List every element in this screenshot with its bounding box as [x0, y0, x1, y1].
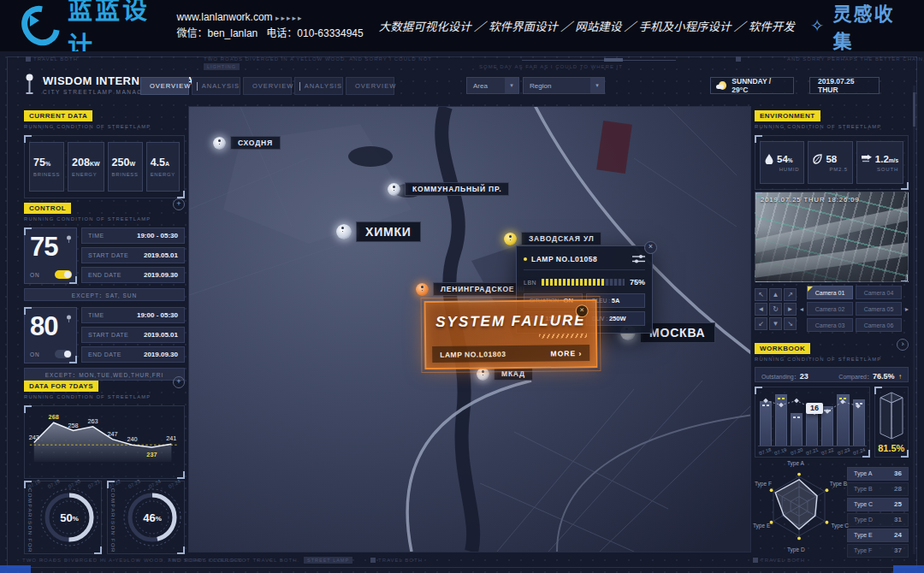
chevron-down-icon: ▾ [590, 78, 604, 93]
up-arrow-icon: ↑ [898, 373, 902, 381]
tab-overview-3[interactable]: OVERVIEW [346, 77, 394, 95]
arrows-icon: ▸▸▸▸▸ [275, 14, 304, 22]
map-label-kommunalny[interactable]: КОММУНАЛЬНЫЙ ПР. [388, 182, 509, 196]
city-map[interactable]: СХОДНЯ КОММУНАЛЬНЫЙ ПР. ХИМКИ ЗАВОДСКАЯ … [188, 106, 751, 552]
deco-chip-lighting: LIGHTING [204, 63, 240, 70]
stat-briness: 75% BRINESS [29, 142, 64, 192]
pan-down-button[interactable]: ▼ [769, 317, 782, 330]
svg-text:268: 268 [49, 413, 59, 421]
camera-list: Camera 01 Camera 04 Camera 02 Camera 05 … [807, 286, 902, 332]
time-row[interactable]: TIME19:00 - 05:30 [81, 307, 185, 323]
panel-radar: Type A Type B Type C Type D Type E Type … [755, 460, 909, 558]
svg-text:243: 243 [29, 434, 39, 441]
map-pin-icon [213, 137, 226, 150]
radar-chart: Type A Type B Type C Type D Type E Type … [755, 460, 844, 552]
brightness-level-box: 75 ON [24, 227, 77, 284]
camera-prev-icon[interactable]: ◂ [800, 305, 803, 313]
pan-left-button[interactable]: ◄ [755, 303, 767, 316]
workbook-more-button[interactable]: › [897, 339, 909, 351]
pan-up-left-button[interactable]: ↖ [755, 288, 767, 301]
pan-right-button[interactable]: ► [784, 303, 797, 316]
pan-up-right-button[interactable]: ↗ [784, 288, 797, 301]
map-label-skhodnya[interactable]: СХОДНЯ [213, 136, 281, 150]
end-date-row[interactable]: END DATE2019.09.30 [81, 346, 185, 363]
workbook-bar-chart: 16 07.1807.19 07.2007.21 07.2207.23 07.2… [755, 387, 870, 458]
start-date-row[interactable]: START DATE2019.05.01 [81, 327, 185, 343]
control-group-1: 75 ON TIME19:00 - 05:30 START DATE2019.0… [24, 227, 185, 284]
more-button[interactable]: MORE › [550, 349, 582, 357]
wind-icon [862, 154, 872, 163]
week-line-chart: 243268258263247240237241 [24, 405, 185, 479]
tab-analysis-2[interactable]: ANALYSIS [294, 77, 343, 95]
pan-down-left-button[interactable]: ↙ [755, 317, 767, 330]
corner-tag-right [893, 565, 924, 573]
reset-view-button[interactable]: ↻ [769, 303, 782, 316]
sliders-icon[interactable] [632, 254, 645, 263]
panel-title-badge: CURRENT DATA [24, 110, 92, 121]
start-date-row[interactable]: START DATE2019.05.01 [81, 247, 185, 263]
panel-camera: 2019.07.25 THUR 18:26:09 ↖▲↗ ◄↻► ↙▼↘ ◂ C… [755, 192, 909, 332]
street-lamp-chip: STREET LAMP [304, 557, 352, 564]
camera-feed[interactable]: 2019.07.25 THUR 18:26:09 [755, 192, 909, 282]
map-pin-orange-icon [416, 283, 429, 296]
pan-down-right-button[interactable]: ↘ [784, 317, 797, 330]
lamp-toggle-2[interactable] [55, 350, 72, 358]
gauge-1: COMPARISON FOR 50% [24, 481, 102, 554]
close-icon[interactable]: × [644, 241, 657, 254]
dashboard-scrollbar[interactable] [913, 86, 915, 554]
tab-overview-1[interactable]: OVERVIEW [140, 77, 189, 95]
camera-06-button[interactable]: Camera 06 [856, 318, 902, 332]
services-list: 大数据可视化设计 ／ 软件界面设计 ／ 网站建设 ／ 手机及小程序设计 ／ 软件… [379, 17, 795, 34]
map-pin-icon [336, 224, 352, 239]
inspiration-icon: ✧ [810, 15, 826, 36]
lamp-toggle-1[interactable] [55, 270, 72, 279]
stat-energy-2: 4.5A ENERGY [146, 142, 180, 192]
legend-type-d[interactable]: Type D31 [847, 513, 909, 527]
deco-checkbox: TRAVEL BOTH [753, 558, 805, 563]
time-row[interactable]: TIME19:00 - 05:30 [81, 227, 185, 244]
expand-chart-button[interactable]: + [173, 376, 185, 388]
deco-slider-track[interactable] [522, 60, 676, 61]
workbook-summary: Outstanding：23 Compared：76.5% ↑ [755, 367, 909, 382]
camera-03-button[interactable]: Camera 03 [807, 318, 853, 332]
site-header: 蓝蓝设计 www.lanlanwork.com ▸▸▸▸▸ 微信：ben_lan… [0, 0, 924, 51]
map-label-zavodskaya[interactable]: ЗАВОДСКАЯ УЛ [504, 232, 601, 245]
add-control-button[interactable]: + [173, 198, 185, 210]
region-dropdown[interactable]: Region▾ [523, 77, 605, 94]
env-wind: 1.2m/s SOUTH [856, 141, 903, 184]
lamp-icon [66, 311, 72, 327]
legend-type-e[interactable]: Type E24 [847, 529, 909, 542]
legend-type-b[interactable]: Type B28 [847, 482, 909, 496]
map-label-khimki[interactable]: ХИМКИ [336, 222, 421, 242]
area-dropdown[interactable]: Area▾ [466, 77, 519, 94]
svg-text:237: 237 [146, 451, 157, 458]
svg-text:241: 241 [166, 434, 176, 442]
legend-type-c[interactable]: Type C25 [847, 498, 909, 511]
lbn-slider[interactable]: LBN 75% [524, 278, 645, 286]
gauge-2: COMPARISON FOR 46% [107, 481, 185, 554]
svg-text:258: 258 [68, 422, 79, 429]
inspiration-collect[interactable]: ✧ 灵感收集 [810, 0, 902, 53]
close-icon[interactable]: × [576, 304, 589, 317]
wechat-label: 微信：ben_lanlan [177, 27, 258, 39]
dashboard: TRAVEL BOTH TWO ROADS DIVERGED IN A YELL… [0, 51, 924, 573]
tab-overview-2[interactable]: OVERVIEW [243, 77, 292, 95]
camera-02-button[interactable]: Camera 02 [807, 302, 853, 316]
system-failure-alert: × SYSTEM FAILURE LAMP NO.L01803 MORE › [424, 299, 598, 369]
except-bar-1: EXCEPT：SAT, SUN [24, 288, 185, 301]
camera-next-icon[interactable]: ▸ [905, 305, 909, 313]
pan-up-button[interactable]: ▲ [769, 288, 782, 301]
end-date-row[interactable]: END DATE2019.09.30 [81, 267, 185, 283]
camera-01-button[interactable]: Camera 01 [807, 286, 853, 299]
legend-type-a[interactable]: Type A36 [847, 467, 909, 481]
footer-strip: TWO ROADS DIVERGED IN A YELLOW WOOD, AND… [0, 556, 924, 570]
tab-analysis-1[interactable]: ANALYSIS [192, 77, 240, 95]
status-dot [524, 257, 527, 261]
panel-workbook: WORKBOOK RUNNING CONDITION OF STREETLAMP… [755, 339, 909, 458]
comparison-gauges: COMPARISON FOR 50% COMPARISON FOR 46% [24, 481, 185, 554]
site-url[interactable]: www.lanlanwork.com [177, 11, 273, 23]
camera-05-button[interactable]: Camera 05 [856, 302, 902, 316]
camera-dpad: ↖▲↗ ◄↻► ↙▼↘ [755, 288, 797, 330]
camera-04-button[interactable]: Camera 04 [856, 286, 902, 299]
map-label-mkad[interactable]: МКАД [477, 367, 533, 381]
